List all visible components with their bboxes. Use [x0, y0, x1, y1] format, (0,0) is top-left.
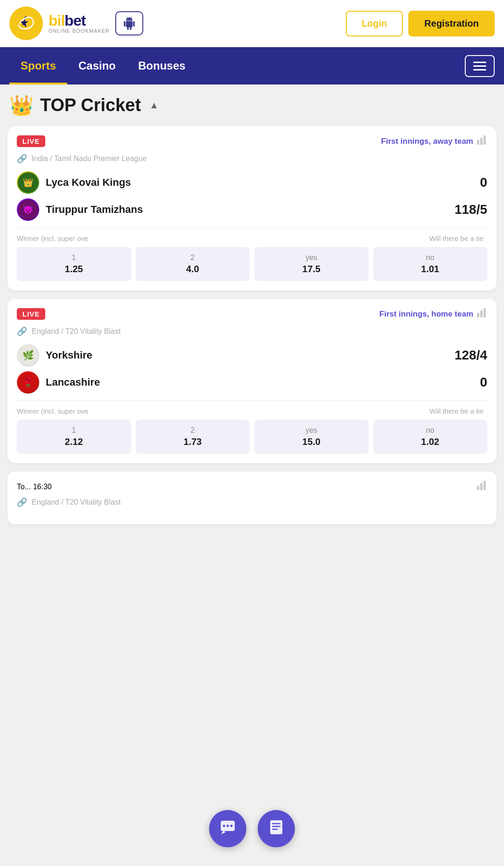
bet-options-2: 1 2.12 2 1.73 yes 15.0 no 1.02 [17, 420, 487, 454]
live-badge-1: LIVE [17, 135, 45, 147]
match-card-1: LIVE First innings, away team 🔗 India / … [7, 126, 497, 290]
bet-btn-label-2-4: no [377, 426, 484, 435]
team-name-1-1: Lyca Kovai Kings [46, 176, 131, 189]
svg-point-0 [15, 12, 37, 35]
bet-btn-label-2-1: 1 [21, 426, 127, 435]
svg-text:😈: 😈 [23, 204, 34, 215]
bet-btn-2-1[interactable]: 1 2.12 [17, 420, 131, 454]
bar-chart-icon-2[interactable] [477, 308, 487, 320]
innings-text-1: First innings, away team [381, 137, 473, 146]
menu-button[interactable] [465, 55, 495, 77]
bet-btn-odds-2-4: 1.02 [377, 437, 484, 447]
link-icon-2: 🔗 [17, 326, 27, 337]
partial-match-card: To... 16:30 🔗 England / T20 Vitality Bla… [7, 472, 497, 524]
league-text-2: England / T20 Vitality Blast [32, 327, 121, 336]
link-icon-1: 🔗 [17, 154, 27, 164]
section-title: 👑 TOP Cricket ▲ [7, 94, 497, 117]
main-content: 👑 TOP Cricket ▲ LIVE First innings, away… [0, 84, 504, 534]
bet-group-label-1-2: Will there be a tie [250, 234, 487, 242]
svg-rect-10 [483, 308, 486, 317]
team-left-1-1: 👑 Lyca Kovai Kings [17, 171, 131, 194]
svg-text:🌹: 🌹 [22, 377, 34, 388]
live-badge-2: LIVE [17, 308, 45, 320]
menu-line-3 [473, 69, 486, 70]
divider-1 [17, 227, 487, 228]
partial-bar-chart-icon[interactable] [477, 481, 487, 493]
divider-2 [17, 400, 487, 401]
bet-btn-odds-2-1: 2.12 [21, 437, 127, 447]
nav-bonuses-label: Bonuses [138, 59, 185, 72]
register-button[interactable]: Registration [408, 11, 495, 36]
bar-chart-icon-1[interactable] [477, 135, 487, 147]
svg-rect-17 [483, 481, 486, 490]
bet-btn-odds-1-3: 17.5 [258, 264, 365, 275]
team-logo-2-1: 🌿 [17, 344, 39, 366]
team-logo-1-1: 👑 [17, 171, 39, 194]
bet-btn-2-3[interactable]: yes 15.0 [254, 420, 369, 454]
team-score-2-2: 0 [480, 375, 487, 390]
bet-btn-odds-1-2: 4.0 [140, 264, 246, 275]
svg-rect-8 [477, 313, 479, 317]
nav-item-casino[interactable]: Casino [67, 47, 127, 84]
svg-rect-16 [480, 483, 483, 490]
team-score-2-1: 128/4 [455, 348, 487, 363]
team-logo-1-2: 😈 [17, 198, 39, 221]
header-buttons: Login Registration [346, 11, 495, 36]
team-left-2-2: 🌹 Lancashire [17, 371, 100, 394]
nav-items: Sports Casino Bonuses [9, 47, 465, 84]
main-nav: Sports Casino Bonuses [0, 47, 504, 84]
team-name-2-1: Yorkshire [46, 349, 92, 361]
menu-line-1 [473, 62, 486, 63]
android-button[interactable] [115, 11, 143, 35]
bet-labels-1: Winner (incl. super ove Will there be a … [17, 234, 487, 242]
nav-sports-label: Sports [21, 59, 56, 72]
nav-item-sports[interactable]: Sports [9, 47, 67, 84]
nav-item-bonuses[interactable]: Bonuses [127, 47, 196, 84]
nav-casino-label: Casino [78, 59, 116, 72]
partial-header: To... 16:30 [17, 481, 487, 493]
team-score-1-2: 118/5 [455, 202, 487, 217]
logo-bilbet: bilbet [49, 13, 110, 28]
team-left-1-2: 😈 Tiruppur Tamizhans [17, 198, 143, 221]
bet-btn-1-4[interactable]: no 1.01 [373, 247, 488, 281]
svg-rect-9 [480, 310, 483, 317]
bet-btn-label-1-2: 2 [140, 253, 246, 262]
team-row-1-2: 😈 Tiruppur Tamizhans 118/5 [17, 198, 487, 221]
bet-btn-label-1-4: no [377, 253, 484, 262]
svg-rect-3 [483, 135, 486, 145]
bet-btn-1-2[interactable]: 2 4.0 [136, 247, 250, 281]
logo-subtitle: ONLINE BOOKMAKER [49, 28, 110, 34]
bet-btn-2-4[interactable]: no 1.02 [373, 420, 488, 454]
innings-info-2: First innings, home team [379, 308, 487, 320]
team-row-2-2: 🌹 Lancashire 0 [17, 371, 487, 394]
bet-btn-label-2-2: 2 [140, 426, 246, 435]
league-info-2: 🔗 England / T20 Vitality Blast [17, 326, 487, 337]
bet-btn-1-1[interactable]: 1 1.25 [17, 247, 131, 281]
partial-link-icon: 🔗 [17, 497, 27, 507]
innings-info-1: First innings, away team [381, 135, 487, 147]
league-text-1: India / Tamil Nadu Premier League [32, 155, 147, 163]
crown-icon: 👑 [9, 94, 34, 117]
menu-line-2 [473, 65, 486, 67]
team-name-2-2: Lancashire [46, 376, 100, 388]
bet-btn-odds-2-2: 1.73 [140, 437, 246, 447]
bet-btn-label-2-3: yes [258, 426, 365, 435]
card-header-1: LIVE First innings, away team [17, 135, 487, 147]
logo-area: bilbet ONLINE BOOKMAKER [9, 7, 143, 40]
bet-btn-2-2[interactable]: 2 1.73 [136, 420, 250, 454]
bet-group-label-2-2: Will there be a tie [250, 407, 487, 415]
header: bilbet ONLINE BOOKMAKER Login Registrati… [0, 0, 504, 47]
bet-group-label-1-1: Winner (incl. super ove [17, 234, 250, 242]
bet-btn-1-3[interactable]: yes 17.5 [254, 247, 369, 281]
team-row-1-1: 👑 Lyca Kovai Kings 0 [17, 171, 487, 194]
partial-league-text: England / T20 Vitality Blast [32, 498, 121, 507]
login-button[interactable]: Login [346, 11, 403, 36]
team-left-2-1: 🌿 Yorkshire [17, 344, 92, 366]
card-header-2: LIVE First innings, home team [17, 308, 487, 320]
partial-time: To... 16:30 [17, 483, 52, 491]
team-row-2-1: 🌿 Yorkshire 128/4 [17, 344, 487, 366]
match-card-2: LIVE First innings, home team 🔗 England … [7, 299, 497, 463]
chevron-up-icon[interactable]: ▲ [149, 100, 159, 111]
team-logo-2-2: 🌹 [17, 371, 39, 394]
league-info-1: 🔗 India / Tamil Nadu Premier League [17, 154, 487, 164]
